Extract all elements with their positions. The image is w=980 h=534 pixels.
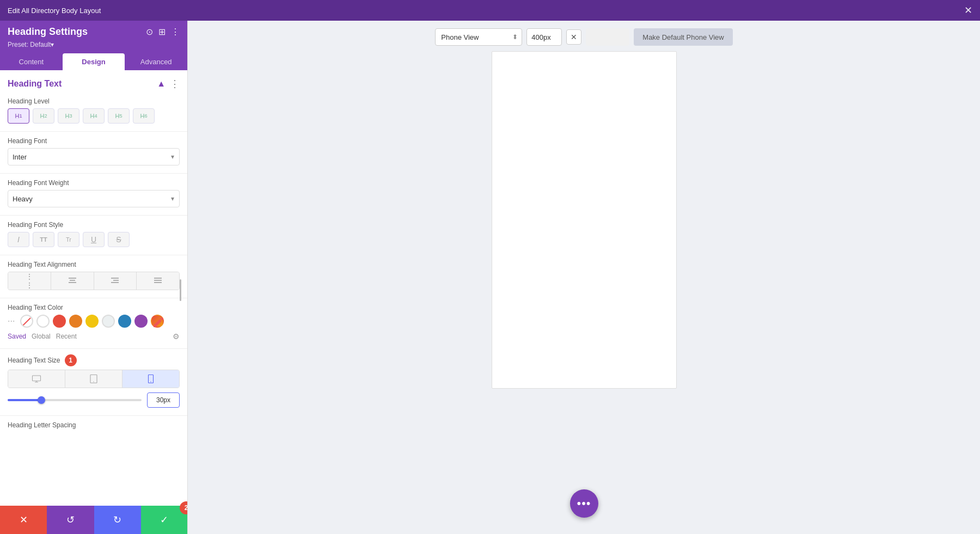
preset-selector[interactable]: Preset: Default▾ xyxy=(8,41,54,48)
heading-text-alignment-group: Heading Text Alignment ⋮⋮ xyxy=(0,257,187,296)
color-purple[interactable] xyxy=(134,315,148,328)
color-more-icon[interactable]: ··· xyxy=(8,316,15,326)
heading-font-weight-label: Heading Font Weight xyxy=(8,179,180,187)
color-white[interactable] xyxy=(36,315,50,328)
sidebar-header-icons: ⊙ ⊞ ⋮ xyxy=(146,27,180,37)
section-more-button[interactable]: ⋮ xyxy=(170,78,180,90)
heading-level-h3[interactable]: H3 xyxy=(58,108,79,124)
color-tab-recent[interactable]: Recent xyxy=(56,333,77,340)
redo-button[interactable]: ↻ xyxy=(94,506,141,534)
section-collapse-button[interactable]: ▲ xyxy=(157,79,166,89)
section-controls: ▲ ⋮ xyxy=(157,78,180,90)
heading-letter-spacing-label: Heading Letter Spacing xyxy=(8,421,180,429)
top-bar: Edit All Directory Body Layout ✕ xyxy=(0,0,980,21)
svg-rect-9 xyxy=(33,376,41,381)
color-tab-global[interactable]: Global xyxy=(32,333,51,340)
focus-icon[interactable]: ⊙ xyxy=(146,27,153,37)
grid-icon[interactable]: ⊞ xyxy=(158,27,166,37)
page-content: ••• xyxy=(188,46,980,534)
heading-font-style-group: Heading Font Style I TT Tr U S xyxy=(0,218,187,253)
heading-level-group: Heading Level H1 H2 H3 H4 H5 H6 xyxy=(0,94,187,129)
heading-level-h5[interactable]: H5 xyxy=(108,108,130,124)
tabs-bar: Content Design Advanced xyxy=(0,53,187,70)
main-canvas: Phone View ✕ Make Default Phone View ••• xyxy=(188,21,980,534)
px-close-button[interactable]: ✕ xyxy=(566,29,581,45)
undo-button[interactable]: ↺ xyxy=(47,506,94,534)
section-header: Heading Text ▲ ⋮ xyxy=(0,70,187,94)
alignment-buttons: ⋮⋮ xyxy=(8,272,180,290)
heading-level-h6[interactable]: H6 xyxy=(133,108,155,124)
size-slider-row xyxy=(8,392,180,408)
device-desktop-button[interactable] xyxy=(8,370,65,388)
device-phone-button[interactable] xyxy=(122,370,179,388)
close-button[interactable]: ✕ xyxy=(964,4,972,16)
italic-button[interactable]: I xyxy=(8,232,29,247)
color-settings-icon[interactable]: ⚙ xyxy=(173,332,180,341)
tab-advanced[interactable]: Advanced xyxy=(125,53,187,70)
heading-font-label: Heading Font xyxy=(8,137,180,145)
sidebar-content: Heading Text ▲ ⋮ Heading Level H1 H2 H3 … xyxy=(0,70,187,534)
heading-text-size-label: Heading Text Size xyxy=(8,357,60,364)
phone-view-select[interactable]: Phone View xyxy=(435,28,522,46)
align-left-button[interactable]: ⋮⋮ xyxy=(8,272,51,290)
align-right-button[interactable] xyxy=(94,272,137,290)
heading-font-weight-select[interactable]: Heavy Bold Regular xyxy=(8,190,180,207)
heading-level-h2[interactable]: H2 xyxy=(33,108,54,124)
device-tablet-button[interactable] xyxy=(65,370,122,388)
page-frame xyxy=(492,51,677,389)
phone-view-wrapper: Phone View xyxy=(435,28,522,46)
color-red[interactable] xyxy=(53,315,66,328)
cancel-button[interactable]: ✕ xyxy=(0,506,47,534)
heading-level-h4[interactable]: H4 xyxy=(83,108,105,124)
size-input[interactable] xyxy=(147,392,180,408)
resize-handle-left[interactable] xyxy=(178,277,182,304)
color-tab-saved[interactable]: Saved xyxy=(8,333,26,340)
heading-text-color-label: Heading Text Color xyxy=(8,304,180,311)
make-default-button[interactable]: Make Default Phone View xyxy=(634,28,732,46)
heading-font-weight-wrapper: Heavy Bold Regular xyxy=(8,190,180,207)
underline-button[interactable]: U xyxy=(83,232,105,247)
color-yellow[interactable] xyxy=(85,315,99,328)
color-orange[interactable] xyxy=(69,315,82,328)
heading-font-style-label: Heading Font Style xyxy=(8,221,180,229)
px-input[interactable] xyxy=(526,28,562,46)
sidebar-title: Heading Settings xyxy=(8,26,88,38)
align-center-button[interactable] xyxy=(51,272,94,290)
size-badge-1: 1 xyxy=(65,354,77,366)
heading-level-label: Heading Level xyxy=(8,97,180,105)
heading-font-wrapper: Inter Roboto Open Sans xyxy=(8,148,180,165)
align-justify-button[interactable] xyxy=(137,272,179,290)
svg-point-15 xyxy=(150,382,151,383)
tab-content[interactable]: Content xyxy=(0,53,63,70)
color-pen[interactable] xyxy=(151,315,164,328)
color-transparent[interactable] xyxy=(20,315,33,328)
uppercase-button[interactable]: TT xyxy=(33,232,54,247)
phone-view-bar: Phone View ✕ Make Default Phone View xyxy=(435,28,732,46)
color-tabs: Saved Global Recent ⚙ xyxy=(8,332,180,341)
font-style-buttons: I TT Tr U S xyxy=(8,232,180,247)
heading-font-weight-group: Heading Font Weight Heavy Bold Regular xyxy=(0,176,187,213)
color-swatches xyxy=(20,315,164,328)
heading-text-alignment-label: Heading Text Alignment xyxy=(8,261,180,268)
bottom-toolbar: ✕ ↺ ↻ ✓ xyxy=(0,506,188,534)
sidebar: Heading Settings ⊙ ⊞ ⋮ Preset: Default▾ … xyxy=(0,21,188,534)
capitalize-button[interactable]: Tr xyxy=(58,232,79,247)
svg-point-13 xyxy=(93,382,94,383)
heading-font-group: Heading Font Inter Roboto Open Sans xyxy=(0,134,187,171)
color-blue[interactable] xyxy=(118,315,131,328)
top-bar-title: Edit All Directory Body Layout xyxy=(8,7,101,15)
more-icon[interactable]: ⋮ xyxy=(171,27,180,37)
strikethrough-button[interactable]: S xyxy=(108,232,130,247)
tab-design[interactable]: Design xyxy=(63,53,125,70)
heading-letter-spacing-group: Heading Letter Spacing xyxy=(0,418,187,438)
fab-button[interactable]: ••• xyxy=(570,489,598,518)
heading-font-select[interactable]: Inter Roboto Open Sans xyxy=(8,148,180,165)
section-title: Heading Text xyxy=(8,79,62,89)
heading-level-h1[interactable]: H1 xyxy=(8,108,29,124)
heading-text-color-section: Heading Text Color ··· xyxy=(0,300,187,346)
device-size-buttons xyxy=(8,370,180,388)
color-light[interactable] xyxy=(102,315,115,328)
heading-text-size-section: Heading Text Size 1 xyxy=(0,351,187,413)
heading-levels: H1 H2 H3 H4 H5 H6 xyxy=(8,108,180,124)
size-slider-track[interactable] xyxy=(8,399,142,401)
